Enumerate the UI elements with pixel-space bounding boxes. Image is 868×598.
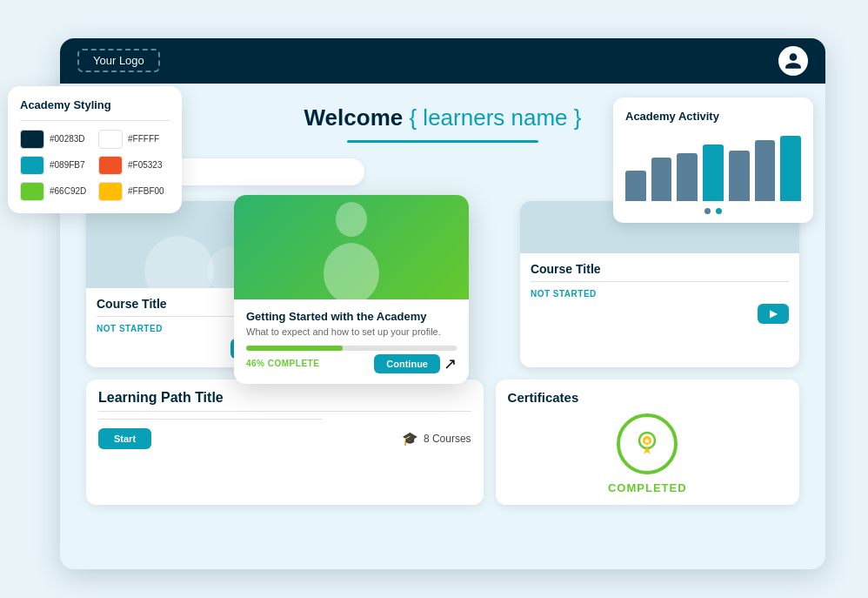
- bar-3: [703, 144, 724, 201]
- welcome-underline: [347, 140, 538, 143]
- lp-title: Learning Path Title: [98, 390, 471, 406]
- activity-chart-title: Academy Activity: [625, 110, 801, 123]
- color-label-3: #F05323: [128, 160, 162, 170]
- lp-courses-count: 🎓 8 Courses: [402, 431, 471, 447]
- color-swatch-2[interactable]: [20, 156, 44, 175]
- color-grid: #00283D#FFFFF#089FB7#F05323#66C92D#FFBF0…: [20, 130, 170, 201]
- progress-bar-fill: [246, 346, 343, 351]
- color-row-0: #00283D: [20, 130, 91, 149]
- bar-1: [651, 158, 672, 201]
- progress-footer: 46% COMPLETE Continue ↗: [246, 354, 457, 373]
- progress-label: 46% COMPLETE: [246, 359, 319, 368]
- bar-chart: [625, 131, 801, 201]
- bar-5: [755, 140, 776, 201]
- color-label-1: #FFFFF: [128, 134, 159, 144]
- bar-2: [677, 153, 698, 201]
- chart-dot-0: [704, 208, 711, 214]
- cert-status: COMPLETED: [608, 481, 687, 494]
- color-row-3: #F05323: [98, 156, 170, 175]
- bar-6: [780, 136, 801, 201]
- card-btn-2[interactable]: ▶: [758, 304, 789, 324]
- certificates-card: Certificates COMPLETED: [496, 380, 799, 505]
- color-label-0: #00283D: [50, 134, 85, 144]
- bar-0: [625, 171, 646, 201]
- svg-point-4: [324, 243, 379, 299]
- bottom-row: Learning Path Title Start 🎓 8 Courses Ce…: [86, 380, 799, 505]
- progress-bar-bg: [246, 346, 457, 351]
- highlight-title: Getting Started with the Academy: [246, 310, 457, 323]
- color-row-1: #FFFFF: [98, 130, 170, 149]
- logo: Your Logo: [77, 49, 160, 72]
- graduation-icon: 🎓: [402, 431, 418, 447]
- person-silhouette: [317, 195, 386, 299]
- card-title-2: Course Title: [531, 262, 789, 276]
- color-swatch-4[interactable]: [20, 182, 44, 201]
- chart-legend: [625, 208, 801, 214]
- lp-start-button[interactable]: Start: [98, 428, 151, 449]
- svg-point-3: [336, 202, 367, 237]
- color-swatch-5[interactable]: [98, 182, 123, 201]
- color-row-2: #089FB7: [20, 156, 91, 175]
- styling-panel-title: Academy Styling: [20, 98, 170, 111]
- color-swatch-0[interactable]: [20, 130, 44, 149]
- welcome-static: Welcome: [304, 104, 404, 131]
- nav-bar: Your Logo: [60, 38, 825, 84]
- learning-path-section: Learning Path Title Start 🎓 8 Courses: [86, 380, 484, 505]
- course-card-2: Course Title NOT STARTED ▶: [520, 201, 799, 367]
- color-label-2: #089FB7: [50, 160, 85, 170]
- avatar[interactable]: [778, 46, 808, 76]
- color-swatch-3[interactable]: [98, 156, 123, 175]
- color-row-5: #FFBF00: [98, 182, 170, 201]
- highlight-card: Getting Started with the Academy What to…: [234, 195, 469, 384]
- welcome-dynamic: { learners name }: [409, 104, 581, 131]
- continue-button[interactable]: Continue: [374, 354, 440, 373]
- highlight-card-image: [234, 195, 469, 299]
- highlight-subtitle: What to expect and how to set up your pr…: [246, 326, 457, 337]
- cursor-icon: ↗: [444, 354, 457, 373]
- cert-badge: [617, 413, 678, 474]
- color-swatch-1[interactable]: [98, 130, 123, 149]
- styling-panel: Academy Styling #00283D#FFFFF#089FB7#F05…: [8, 86, 182, 213]
- cert-title: Certificates: [508, 390, 579, 405]
- color-label-5: #FFBF00: [128, 186, 164, 196]
- chart-dot-1: [716, 208, 722, 214]
- color-row-4: #66C92D: [20, 182, 91, 201]
- activity-chart-card: Academy Activity: [613, 97, 813, 223]
- bar-4: [729, 151, 750, 201]
- medal-icon: [630, 427, 664, 461]
- color-label-4: #66C92D: [50, 186, 86, 196]
- card-status-2: NOT STARTED: [531, 289, 789, 299]
- user-icon: [784, 51, 803, 71]
